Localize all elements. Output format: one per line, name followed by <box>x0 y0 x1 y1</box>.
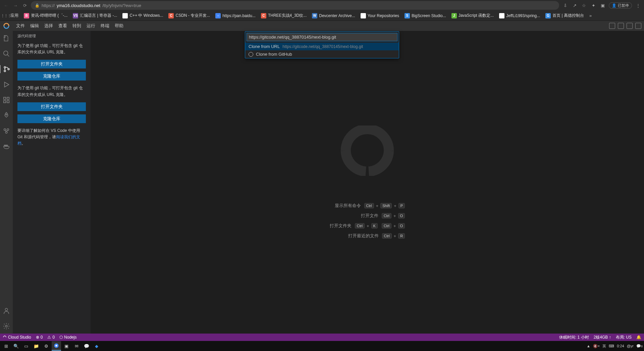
bookmark-item[interactable]: WDevcenter Archive... <box>312 13 355 18</box>
svg-point-15 <box>5 308 7 311</box>
status-item[interactable]: ⬡Nodejs <box>59 335 76 340</box>
shortcut-row: 打开最近的文件Ctrl+R <box>330 233 405 239</box>
toggle-secondary-icon[interactable] <box>627 23 633 29</box>
notification-icon[interactable]: 💬8 <box>636 344 643 348</box>
bookmark-item[interactable]: ○JeffLi1993/spring... <box>499 13 540 18</box>
quick-input-option[interactable]: Clone from URL https://gitcode.net/qq_38… <box>245 43 399 50</box>
volume-mute-icon[interactable]: 🔇× <box>593 344 600 348</box>
toggle-panel-icon[interactable] <box>618 23 624 29</box>
start-button[interactable]: ⊞ <box>1 341 11 351</box>
browser-address-bar: ← → ⟳ 🔒 https://yma16.cloudstudio.net/tt… <box>0 0 644 11</box>
svg-point-0 <box>4 51 8 55</box>
forward-button[interactable]: → <box>12 2 19 9</box>
menu-编辑[interactable]: 编辑 <box>28 22 42 30</box>
rocket-icon[interactable] <box>2 111 10 119</box>
svg-point-1 <box>4 66 6 68</box>
settings-gear-icon[interactable] <box>2 322 10 330</box>
extensions-icon[interactable]: ✦ <box>590 2 597 9</box>
sidebar-title: 源代码管理 <box>17 34 86 39</box>
clone-repo-button[interactable]: 克隆仓库 <box>17 72 86 81</box>
bookmark-item[interactable]: ○Your Repositories <box>361 13 399 18</box>
watermark-logo-icon <box>330 126 404 176</box>
sidebar-help-text-1: 为了使用 git 功能，可打开包含 git 仓库的文件夹或从 URL 克隆。 <box>17 43 86 55</box>
clock[interactable]: 0:24 <box>617 344 624 348</box>
keyboard-icon[interactable]: ⌨ <box>609 344 614 348</box>
windows-taskbar: ⊞ 🔍 ▭ 📁 ⚙ ▣ ✉ 💬 ◆ ▲ 🔇× 英 ⌨ 0:24 @yr 💬8 <box>0 341 644 351</box>
menu-查看[interactable]: 查看 <box>56 22 70 30</box>
download-icon[interactable]: ⇩ <box>562 2 569 9</box>
bookmark-item[interactable]: CCSDN - 专业开发... <box>168 13 210 18</box>
account-icon[interactable] <box>2 307 10 315</box>
bookmark-item[interactable]: VS汇编语言 | 寄存器 -... <box>73 13 117 18</box>
svg-rect-12 <box>4 145 5 146</box>
status-item[interactable]: ⚠0 <box>47 335 55 340</box>
bookmark-item[interactable]: ■C++ 中 Windows... <box>122 13 163 18</box>
status-item[interactable]: 2核4GB ↑ <box>594 335 611 340</box>
menu-转到[interactable]: 转到 <box>70 22 84 30</box>
file-explorer-icon[interactable]: 📁 <box>32 341 41 351</box>
svg-rect-7 <box>7 101 9 103</box>
bookmark-item[interactable]: G首页 | 高德控制台 <box>545 13 584 18</box>
status-item[interactable]: 布局: US <box>616 335 632 340</box>
settings-task-icon[interactable]: ⚙ <box>42 341 51 351</box>
explorer-icon[interactable] <box>2 34 10 42</box>
status-item[interactable]: 🔔 <box>636 335 641 340</box>
bookmark-item[interactable]: ○https://pan.baidu... <box>215 13 256 18</box>
bookmark-item[interactable]: SBigScreen Studio... <box>405 13 446 18</box>
terminal-icon[interactable]: ▣ <box>62 341 71 351</box>
run-debug-icon[interactable] <box>2 81 10 89</box>
bookmark-item[interactable]: CTHREE实战4_3D纹... <box>261 13 307 18</box>
quick-input-option[interactable]: Clone from GitHub <box>245 50 399 58</box>
customize-layout-icon[interactable] <box>635 23 641 29</box>
ime-icon[interactable]: 英 <box>602 344 606 349</box>
menu-文件[interactable]: 文件 <box>13 22 28 30</box>
sidebar-help-text-2: 为了使用 git 功能，可打开包含 git 仓库的文件夹或从 URL 克隆。 <box>17 85 86 98</box>
user-indicator: @yr <box>627 344 634 348</box>
side-panel-icon[interactable]: ▣ <box>599 2 606 9</box>
menu-帮助[interactable]: 帮助 <box>112 22 126 30</box>
url-input[interactable]: 🔒 https://yma16.cloudstudio.net/tty/yfnj… <box>31 1 559 10</box>
activity-bar <box>0 31 13 334</box>
status-item[interactable]: Cloud Studio <box>3 335 31 340</box>
status-item[interactable]: 休眠时间: 1 小时 <box>559 335 589 340</box>
menu-终端[interactable]: 终端 <box>98 22 112 30</box>
clone-url-input[interactable] <box>247 33 397 41</box>
chrome-icon[interactable] <box>52 341 61 351</box>
reload-button[interactable]: ⟳ <box>21 2 28 9</box>
open-folder-button[interactable]: 打开文件夹 <box>17 60 86 68</box>
source-control-icon[interactable] <box>0 65 12 73</box>
welcome-shortcuts: 显示所有命令Ctrl+Shift+P打开文件Ctrl+O打开文件夹Ctrl+KC… <box>330 203 405 239</box>
share-icon[interactable]: ↗ <box>571 2 578 9</box>
mail-icon[interactable]: ✉ <box>72 341 81 351</box>
github-icon <box>249 52 253 57</box>
search-task-icon[interactable]: 🔍 <box>11 341 21 351</box>
vscode-icon[interactable]: ◆ <box>92 341 101 351</box>
svg-point-18 <box>55 345 57 346</box>
wechat-icon[interactable]: 💬 <box>82 341 91 351</box>
tray-expand-icon[interactable]: ▲ <box>587 344 590 348</box>
menu-选择[interactable]: 选择 <box>42 22 56 30</box>
apps-shortcut[interactable]: ⋮⋮⋮应用 <box>3 13 18 18</box>
bookmarks-overflow-icon[interactable]: » <box>589 13 592 18</box>
bookmark-item[interactable]: B资讯-哔哩哔哩 (゜-... <box>24 13 67 18</box>
quick-input-modal: Clone from URL https://gitcode.net/qq_38… <box>245 31 399 58</box>
task-view-icon[interactable]: ▭ <box>21 341 31 351</box>
status-bar: Cloud Studio⊗0⚠0⬡Nodejs 休眠时间: 1 小时2核4GB … <box>0 334 644 341</box>
extensions-grid-icon[interactable] <box>2 96 10 104</box>
open-folder-button-2[interactable]: 打开文件夹 <box>17 102 86 111</box>
toggle-sidebar-icon[interactable] <box>609 23 615 29</box>
bookmark-item[interactable]: JJavaScript 函数定... <box>451 13 494 18</box>
browser-menu-icon[interactable]: ⋮ <box>635 2 641 9</box>
svg-point-16 <box>5 325 7 327</box>
menu-运行[interactable]: 运行 <box>84 22 98 30</box>
layout-controls <box>609 23 641 29</box>
status-item[interactable]: ⊗0 <box>36 335 43 340</box>
svg-rect-4 <box>4 97 6 99</box>
clone-repo-button-2[interactable]: 克隆仓库 <box>17 114 86 123</box>
profile-paused-badge[interactable]: 👤已暂停 <box>609 2 632 9</box>
docker-icon[interactable] <box>2 142 10 150</box>
star-icon[interactable]: ☆ <box>581 2 587 9</box>
search-icon[interactable] <box>2 50 10 58</box>
server-icon[interactable] <box>2 127 10 135</box>
back-button[interactable]: ← <box>3 2 9 9</box>
